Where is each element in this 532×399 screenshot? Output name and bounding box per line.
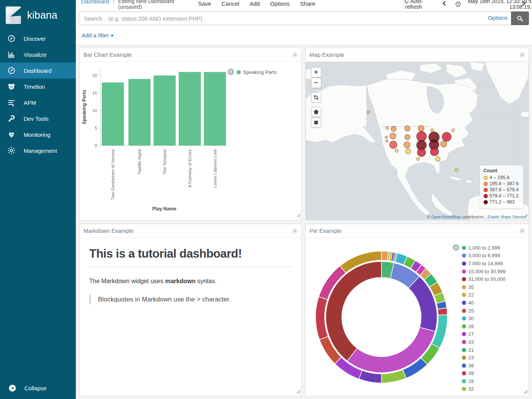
panel-markdown: Markdown Example This is a tutorial dash…: [79, 224, 302, 396]
legend-item[interactable]: 31,000 to 50,000: [462, 275, 506, 283]
time-back-chevron[interactable]: [442, 1, 448, 7]
breadcrumb-dashboard-link[interactable]: Dashboard: [81, 0, 109, 5]
sidebar-item-timelion[interactable]: Timelion: [0, 79, 76, 95]
legend-item[interactable]: 25: [462, 307, 506, 315]
bar-chart[interactable]: 05101520Two Gentlemen of VeronaTwelfth N…: [80, 62, 301, 220]
gear-icon: [7, 146, 16, 155]
panel-resize-handle[interactable]: [296, 388, 301, 395]
panel-resize-handle[interactable]: [296, 212, 301, 219]
elastic-maps-service-link[interactable]: Elastic Maps Service: [487, 215, 526, 219]
legend-item[interactable]: 36: [462, 362, 506, 370]
panel-gear-button[interactable]: [519, 52, 525, 58]
svg-text:Play Name: Play Name: [152, 206, 176, 212]
sidebar-item-label: APM: [24, 99, 36, 106]
draw-polygon-button[interactable]: [311, 107, 321, 117]
filter-bar: Add a filter+: [76, 25, 532, 45]
legend-item[interactable]: 35: [462, 283, 506, 291]
panel-resize-handle[interactable]: [524, 388, 528, 395]
legend-item[interactable]: 21: [462, 346, 506, 354]
sidebar-item-label: Timelion: [24, 83, 45, 90]
sidebar-item-discover[interactable]: Discover: [0, 30, 76, 46]
legend-item[interactable]: 195.8 – 387.6: [484, 181, 519, 187]
search-input[interactable]: [79, 11, 511, 25]
panel-gear-button[interactable]: [519, 228, 525, 234]
dashboard-grid: Bar Chart Example 05101520Two Gentlemen …: [76, 46, 532, 399]
panel-bar-chart: Bar Chart Example 05101520Two Gentlemen …: [79, 48, 302, 220]
map-attribution: © OpenStreetMap contributors , Elastic M…: [427, 215, 526, 219]
legend-toggle-button[interactable]: [453, 244, 459, 251]
map-legend-title: Count: [484, 168, 519, 173]
auto-refresh-button[interactable]: Auto- refresh: [404, 0, 423, 10]
legend-swatch: [462, 356, 466, 360]
wrench-icon: [7, 114, 16, 123]
markdown-blockquote: Blockquotes in Markdown use the > charac…: [89, 295, 292, 304]
legend-item[interactable]: 4 – 195.8: [484, 175, 519, 181]
sidebar-item-dashboard[interactable]: Dashboard: [0, 62, 76, 79]
panel-pie: Pie Example 1,000 to 2,9993,000 to 6,999…: [305, 224, 529, 396]
legend-label: 3,000 to 6,999: [468, 253, 500, 258]
sidebar-item-monitoring[interactable]: Monitoring: [0, 127, 76, 143]
legend-toggle-button[interactable]: [228, 69, 234, 75]
search-button[interactable]: [511, 11, 529, 25]
draw-rectangle-button[interactable]: [311, 117, 321, 128]
legend-item[interactable]: 387.6 – 579.4: [484, 187, 519, 193]
legend-label: 4 – 195.8: [490, 175, 510, 180]
sidebar-item-management[interactable]: Management: [0, 143, 76, 159]
legend-item[interactable]: 39: [462, 370, 506, 378]
legend-item[interactable]: 28: [462, 377, 506, 385]
legend-item[interactable]: 579.4 – 771.2: [484, 193, 519, 199]
collapse-label: Collapse: [24, 385, 46, 391]
kibana-dashboard-screen: kibana Discover Visualize Dashboard Time…: [0, 0, 532, 399]
legend-item[interactable]: 1,000 to 2,999: [462, 244, 506, 252]
sidebar-collapse-button[interactable]: Collapse: [0, 380, 76, 396]
svg-text:Twelfth Night: Twelfth Night: [137, 149, 142, 175]
panel-resize-handle[interactable]: [524, 212, 528, 219]
kibana-logo[interactable]: kibana: [0, 0, 76, 30]
legend-item[interactable]: 26: [462, 322, 506, 330]
save-button[interactable]: Save: [198, 0, 211, 7]
svg-text:Two Gentlemen of Verona: Two Gentlemen of Verona: [111, 149, 115, 200]
search-options-link[interactable]: Options: [488, 14, 508, 21]
share-button[interactable]: Share: [300, 0, 315, 7]
add-button[interactable]: Add: [250, 0, 260, 7]
fit-data-bounds-button[interactable]: [311, 92, 321, 103]
refresh-icon: [404, 0, 409, 3]
zoom-out-button[interactable]: −: [311, 78, 321, 88]
sidebar: kibana Discover Visualize Dashboard Time…: [0, 0, 76, 399]
zoom-in-button[interactable]: +: [311, 67, 321, 77]
legend-item[interactable]: 23: [462, 354, 506, 362]
legend-label: 40: [468, 300, 474, 306]
legend-item[interactable]: 15,000 to 30,999: [462, 268, 506, 276]
legend-item[interactable]: 32: [462, 385, 506, 393]
legend-item[interactable]: 771.2 – 963: [484, 199, 519, 205]
options-button[interactable]: Options: [270, 0, 290, 7]
panel-title: Pie Example: [309, 228, 519, 234]
panel-gear-button[interactable]: [292, 52, 298, 58]
panel-title: Map Example: [309, 51, 519, 58]
markdown-heading: This is a tutorial dashboard!: [89, 247, 292, 261]
legend-swatch: [484, 194, 488, 198]
legend-label: 31,000 to 50,000: [468, 276, 506, 282]
openstreetmap-link[interactable]: OpenStreetMap: [431, 215, 461, 219]
panel-gear-button[interactable]: [292, 228, 298, 234]
legend-item[interactable]: 30: [462, 314, 506, 322]
panel-header: Markdown Example: [80, 224, 301, 238]
legend-item[interactable]: Speaking Parts: [237, 68, 277, 76]
legend-item[interactable]: 3,000 to 6,999: [462, 252, 506, 260]
sidebar-item-dev-tools[interactable]: Dev Tools: [0, 111, 76, 127]
cancel-button[interactable]: Cancel: [221, 0, 239, 7]
legend-item[interactable]: 33: [462, 338, 506, 346]
time-forward-chevron[interactable]: [521, 1, 527, 7]
legend-swatch: [462, 348, 466, 352]
legend-item[interactable]: 7,000 to 14,999: [462, 260, 506, 268]
paragraph-text: The Markdown widget uses: [89, 278, 165, 284]
legend-item[interactable]: 27: [462, 330, 506, 338]
pie-content: 1,000 to 2,9993,000 to 6,9997,000 to 14,…: [306, 238, 529, 396]
sidebar-item-visualize[interactable]: Visualize: [0, 46, 76, 62]
legend-label: 28: [468, 378, 474, 384]
legend-item[interactable]: 40: [462, 299, 506, 307]
legend-item[interactable]: 22: [462, 291, 506, 299]
add-filter-button[interactable]: Add a filter+: [82, 32, 114, 38]
map-controls: + −: [311, 67, 321, 128]
sidebar-item-apm[interactable]: APM: [0, 95, 76, 111]
